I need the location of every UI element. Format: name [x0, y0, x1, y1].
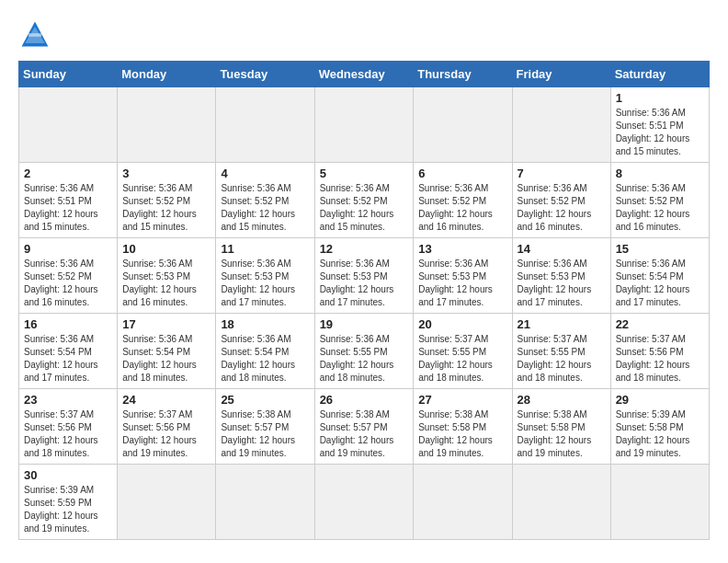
calendar-row: 2Sunrise: 5:36 AM Sunset: 5:51 PM Daylig…	[19, 163, 710, 238]
day-number: 1	[616, 91, 704, 105]
day-info: Sunrise: 5:36 AM Sunset: 5:53 PM Dayligh…	[320, 258, 409, 309]
day-number: 16	[24, 317, 112, 331]
calendar-cell: 3Sunrise: 5:36 AM Sunset: 5:52 PM Daylig…	[118, 163, 216, 238]
weekday-header-wednesday: Wednesday	[314, 62, 414, 87]
calendar-cell: 21Sunrise: 5:37 AM Sunset: 5:55 PM Dayli…	[512, 314, 610, 389]
day-number: 3	[122, 167, 210, 180]
day-info: Sunrise: 5:36 AM Sunset: 5:52 PM Dayligh…	[616, 182, 704, 234]
day-info: Sunrise: 5:36 AM Sunset: 5:55 PM Dayligh…	[320, 333, 409, 385]
day-info: Sunrise: 5:36 AM Sunset: 5:54 PM Dayligh…	[122, 333, 210, 385]
day-info: Sunrise: 5:39 AM Sunset: 5:59 PM Dayligh…	[24, 484, 112, 535]
day-info: Sunrise: 5:36 AM Sunset: 5:52 PM Dayligh…	[418, 182, 506, 234]
calendar-cell: 2Sunrise: 5:36 AM Sunset: 5:51 PM Daylig…	[19, 163, 118, 238]
day-number: 25	[221, 393, 309, 407]
calendar-row: 30Sunrise: 5:39 AM Sunset: 5:59 PM Dayli…	[19, 465, 710, 540]
day-number: 28	[518, 393, 606, 407]
calendar-cell	[118, 87, 216, 163]
day-number: 12	[320, 242, 409, 256]
day-info: Sunrise: 5:36 AM Sunset: 5:54 PM Dayligh…	[616, 258, 704, 309]
day-info: Sunrise: 5:36 AM Sunset: 5:52 PM Dayligh…	[24, 258, 112, 309]
calendar-cell: 11Sunrise: 5:36 AM Sunset: 5:53 PM Dayli…	[216, 238, 314, 314]
day-number: 7	[518, 167, 606, 180]
calendar-cell	[512, 465, 610, 540]
weekday-header-row: SundayMondayTuesdayWednesdayThursdayFrid…	[19, 62, 710, 87]
day-info: Sunrise: 5:36 AM Sunset: 5:54 PM Dayligh…	[221, 333, 309, 385]
day-number: 11	[221, 242, 309, 256]
calendar-cell: 30Sunrise: 5:39 AM Sunset: 5:59 PM Dayli…	[19, 465, 118, 540]
day-info: Sunrise: 5:36 AM Sunset: 5:52 PM Dayligh…	[221, 182, 309, 234]
page: SundayMondayTuesdayWednesdayThursdayFrid…	[0, 0, 728, 549]
day-number: 21	[518, 317, 606, 331]
calendar-cell: 26Sunrise: 5:38 AM Sunset: 5:57 PM Dayli…	[314, 389, 414, 465]
calendar-row: 23Sunrise: 5:37 AM Sunset: 5:56 PM Dayli…	[19, 389, 710, 465]
calendar-cell: 7Sunrise: 5:36 AM Sunset: 5:52 PM Daylig…	[512, 163, 610, 238]
day-number: 9	[24, 242, 112, 256]
day-number: 2	[24, 167, 112, 180]
calendar-cell	[216, 465, 314, 540]
day-number: 10	[122, 242, 210, 256]
calendar-cell	[512, 87, 610, 163]
calendar-cell: 20Sunrise: 5:37 AM Sunset: 5:55 PM Dayli…	[414, 314, 512, 389]
day-info: Sunrise: 5:36 AM Sunset: 5:54 PM Dayligh…	[24, 333, 112, 385]
calendar-cell: 17Sunrise: 5:36 AM Sunset: 5:54 PM Dayli…	[118, 314, 216, 389]
calendar-cell: 1Sunrise: 5:36 AM Sunset: 5:51 PM Daylig…	[610, 87, 709, 163]
day-number: 14	[518, 242, 606, 256]
day-info: Sunrise: 5:37 AM Sunset: 5:56 PM Dayligh…	[122, 408, 210, 460]
calendar-cell: 28Sunrise: 5:38 AM Sunset: 5:58 PM Dayli…	[512, 389, 610, 465]
calendar-cell: 23Sunrise: 5:37 AM Sunset: 5:56 PM Dayli…	[19, 389, 118, 465]
day-info: Sunrise: 5:36 AM Sunset: 5:52 PM Dayligh…	[122, 182, 210, 234]
day-number: 13	[418, 242, 506, 256]
calendar-cell: 15Sunrise: 5:36 AM Sunset: 5:54 PM Dayli…	[610, 238, 709, 314]
calendar-cell	[314, 87, 414, 163]
day-number: 19	[320, 317, 409, 331]
calendar-cell: 4Sunrise: 5:36 AM Sunset: 5:52 PM Daylig…	[216, 163, 314, 238]
calendar-cell: 8Sunrise: 5:36 AM Sunset: 5:52 PM Daylig…	[610, 163, 709, 238]
day-number: 8	[616, 167, 704, 180]
weekday-header-friday: Friday	[512, 62, 610, 87]
day-number: 24	[122, 393, 210, 407]
calendar-cell	[414, 87, 512, 163]
calendar-cell: 13Sunrise: 5:36 AM Sunset: 5:53 PM Dayli…	[414, 238, 512, 314]
calendar: SundayMondayTuesdayWednesdayThursdayFrid…	[18, 61, 710, 540]
day-info: Sunrise: 5:36 AM Sunset: 5:53 PM Dayligh…	[418, 258, 506, 309]
day-number: 18	[221, 317, 309, 331]
day-info: Sunrise: 5:37 AM Sunset: 5:56 PM Dayligh…	[616, 333, 704, 385]
calendar-cell: 25Sunrise: 5:38 AM Sunset: 5:57 PM Dayli…	[216, 389, 314, 465]
calendar-cell	[19, 87, 118, 163]
calendar-cell: 19Sunrise: 5:36 AM Sunset: 5:55 PM Dayli…	[314, 314, 414, 389]
day-info: Sunrise: 5:36 AM Sunset: 5:52 PM Dayligh…	[320, 182, 409, 234]
day-number: 6	[418, 167, 506, 180]
svg-rect-2	[28, 33, 41, 37]
day-info: Sunrise: 5:38 AM Sunset: 5:58 PM Dayligh…	[418, 408, 506, 460]
calendar-cell: 6Sunrise: 5:36 AM Sunset: 5:52 PM Daylig…	[414, 163, 512, 238]
day-info: Sunrise: 5:38 AM Sunset: 5:57 PM Dayligh…	[221, 408, 309, 460]
calendar-cell	[118, 465, 216, 540]
calendar-cell: 14Sunrise: 5:36 AM Sunset: 5:53 PM Dayli…	[512, 238, 610, 314]
day-info: Sunrise: 5:36 AM Sunset: 5:53 PM Dayligh…	[122, 258, 210, 309]
day-info: Sunrise: 5:36 AM Sunset: 5:53 PM Dayligh…	[221, 258, 309, 309]
weekday-header-thursday: Thursday	[414, 62, 512, 87]
calendar-cell	[216, 87, 314, 163]
day-info: Sunrise: 5:38 AM Sunset: 5:58 PM Dayligh…	[518, 408, 606, 460]
day-info: Sunrise: 5:36 AM Sunset: 5:51 PM Dayligh…	[24, 182, 112, 234]
calendar-cell: 27Sunrise: 5:38 AM Sunset: 5:58 PM Dayli…	[414, 389, 512, 465]
logo-icon	[18, 18, 51, 52]
day-number: 30	[24, 468, 112, 482]
calendar-cell: 16Sunrise: 5:36 AM Sunset: 5:54 PM Dayli…	[19, 314, 118, 389]
day-info: Sunrise: 5:37 AM Sunset: 5:55 PM Dayligh…	[418, 333, 506, 385]
calendar-row: 1Sunrise: 5:36 AM Sunset: 5:51 PM Daylig…	[19, 87, 710, 163]
day-number: 27	[418, 393, 506, 407]
day-number: 23	[24, 393, 112, 407]
day-number: 5	[320, 167, 409, 180]
day-info: Sunrise: 5:37 AM Sunset: 5:56 PM Dayligh…	[24, 408, 112, 460]
weekday-header-monday: Monday	[118, 62, 216, 87]
calendar-cell	[610, 465, 709, 540]
day-number: 20	[418, 317, 506, 331]
weekday-header-tuesday: Tuesday	[216, 62, 314, 87]
day-info: Sunrise: 5:36 AM Sunset: 5:51 PM Dayligh…	[616, 107, 704, 158]
calendar-cell	[414, 465, 512, 540]
day-number: 29	[616, 393, 704, 407]
calendar-cell: 5Sunrise: 5:36 AM Sunset: 5:52 PM Daylig…	[314, 163, 414, 238]
calendar-row: 16Sunrise: 5:36 AM Sunset: 5:54 PM Dayli…	[19, 314, 710, 389]
day-info: Sunrise: 5:37 AM Sunset: 5:55 PM Dayligh…	[518, 333, 606, 385]
